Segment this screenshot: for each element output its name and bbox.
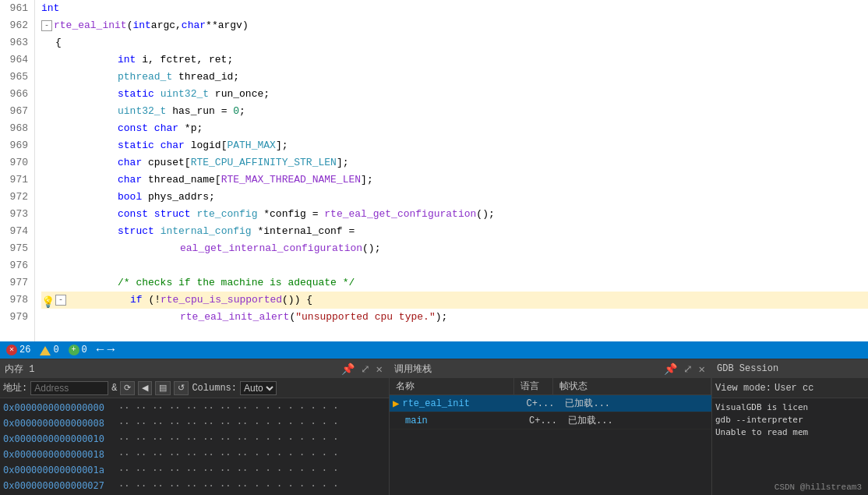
memory-row: 0x0000000000000008 ·· ·· ·· ·· ·· ·· ·· … xyxy=(3,415,386,431)
code-line-966: static uint32_t run_once; xyxy=(41,86,868,103)
gdb-text-2: Unable to read mem xyxy=(715,427,808,437)
cs-lang-1: C+... xyxy=(526,415,565,426)
memory-row: 0x0000000000000000 ·· ·· ·· ·· ·· ·· ·· … xyxy=(3,400,386,415)
mem-bytes: ·· ·· ·· ·· ·· ·· ·· ·· xyxy=(118,465,248,476)
callstack-row-1[interactable]: main C+... 已加载... xyxy=(390,412,711,430)
callstack-panel-title: 调用堆栈 xyxy=(394,362,432,376)
code-text: const struct rte_config *config = rte_ea… xyxy=(118,206,495,223)
error-count: 26 xyxy=(19,345,30,355)
nav-buttons: ← → xyxy=(97,343,115,357)
fold-icon-978[interactable]: - xyxy=(55,295,66,306)
cs-col-name-header: 名称 xyxy=(390,378,514,394)
address-input[interactable] xyxy=(30,381,108,395)
status-errors: ✕ 26 xyxy=(6,345,30,355)
cs-state-0: 已加载... xyxy=(562,397,610,410)
cs-expand-icon[interactable]: ⤢ xyxy=(682,362,694,376)
code-text: /* checks if the machine is adequate */ xyxy=(118,274,355,292)
code-content[interactable]: int - rte_eal_init(int argc, char **argv… xyxy=(35,0,868,341)
callstack-panel-icons: 📌 ⤢ ✕ xyxy=(662,362,707,376)
code-line-973: const struct rte_config *config = rte_ea… xyxy=(41,206,868,223)
mem-bytes: ·· ·· ·· ·· ·· ·· ·· ·· xyxy=(118,433,248,444)
code-line-963: { xyxy=(41,34,868,51)
callstack-row-0[interactable]: ▶ rte_eal_init C+... 已加载... xyxy=(390,395,711,412)
code-line-969: static char logid[PATH_MAX]; xyxy=(41,137,868,154)
amp-label: & xyxy=(111,383,117,394)
code-text: rte_eal_init xyxy=(54,17,127,34)
code-text: static char logid[PATH_MAX]; xyxy=(118,137,288,154)
code-text: int xyxy=(41,0,59,17)
mem-chars: · · · · · · · · xyxy=(254,480,338,491)
status-warnings: 0 xyxy=(40,345,58,355)
bulb-icon-978[interactable]: 💡 xyxy=(41,294,54,306)
gdb-line-2: Unable to read mem xyxy=(715,426,865,439)
nav-back-button[interactable]: ← xyxy=(97,343,104,357)
code-text: static uint32_t run_once; xyxy=(118,86,270,103)
fold-icon-962[interactable]: - xyxy=(41,20,52,31)
columns-label: Columns: xyxy=(192,383,237,394)
expand-icon[interactable]: ⤢ xyxy=(359,362,372,376)
callstack-header-row: 名称 语言 帧状态 xyxy=(390,378,711,395)
code-text: if (!rte_cpu_is_supported()) { xyxy=(130,292,312,309)
pin-icon[interactable]: 📌 xyxy=(340,362,356,376)
code-line-975: eal_get_internal_configuration(); xyxy=(41,240,868,257)
mem-addr: 0x0000000000000018 xyxy=(3,449,112,460)
cs-pin-icon[interactable]: 📌 xyxy=(662,362,679,376)
code-line-978: 💡 - if (!rte_cpu_is_supported()) { xyxy=(41,292,868,309)
mem-icon-btn2[interactable]: ↺ xyxy=(174,381,189,395)
mem-bytes: ·· ·· ·· ·· ·· ·· ·· ·· xyxy=(118,449,248,460)
cs-arrow-active: ▶ xyxy=(393,397,399,410)
cs-close-icon[interactable]: ✕ xyxy=(697,362,707,376)
gdb-text-1: gdb --interpreter xyxy=(715,415,803,425)
code-text: char thread_name[RTE_MAX_THREAD_NAME_LEN… xyxy=(118,171,373,189)
memory-row: 0x0000000000000018 ·· ·· ·· ·· ·· ·· ·· … xyxy=(3,447,386,462)
cs-name-1: main xyxy=(405,415,526,426)
mem-addr: 0x0000000000000010 xyxy=(3,433,112,444)
callstack-panel-header: 调用堆栈 📌 ⤢ ✕ xyxy=(390,359,711,378)
columns-select[interactable]: Auto xyxy=(240,381,277,395)
code-line-974: struct internal_config *internal_conf = xyxy=(41,223,868,240)
memory-panel-header: 内存 1 📌 ⤢ ✕ xyxy=(0,359,389,378)
line-numbers: 961 962 963 964 965 966 967 968 969 970 … xyxy=(0,0,35,341)
code-punct: ( xyxy=(127,17,133,34)
memory-content[interactable]: 0x0000000000000000 ·· ·· ·· ·· ·· ·· ·· … xyxy=(0,398,389,495)
callstack-panel: 调用堆栈 📌 ⤢ ✕ 名称 语言 帧状态 ▶ rte_eal_init C+..… xyxy=(390,359,712,495)
code-line-970: char cpuset[RTE_CPU_AFFINITY_STR_LEN]; xyxy=(41,154,868,171)
editor-area: 961 962 963 964 965 966 967 968 969 970 … xyxy=(0,0,868,359)
nav-forward-button[interactable]: → xyxy=(107,343,115,357)
mem-addr: 0x0000000000000027 xyxy=(3,480,112,491)
code-text: rte_eal_init_alert("unsupported cpu type… xyxy=(180,309,447,326)
code-line-972: bool phys_addrs; xyxy=(41,189,868,206)
mem-chars: · · · · · · · · xyxy=(254,418,338,429)
close-icon[interactable]: ✕ xyxy=(375,362,384,376)
gdb-line-1: gdb --interpreter xyxy=(715,414,865,426)
gdb-toolbar: View mode: User cc xyxy=(712,378,868,398)
code-line-968: const char *p; xyxy=(41,120,868,137)
mem-addr: 0x000000000000001a xyxy=(3,465,112,476)
warning-count: 0 xyxy=(53,345,58,355)
memory-row: 0x0000000000000027 ·· ·· ·· ·· ·· ·· ·· … xyxy=(3,478,386,493)
watermark: CSDN @hillstream3 xyxy=(774,483,862,492)
refresh-btn[interactable]: ⟳ xyxy=(120,381,135,395)
code-line-965: pthread_t thread_id; xyxy=(41,69,868,86)
status-bar: ✕ 26 0 + 0 ← → xyxy=(0,341,868,359)
mem-icon-btn1[interactable]: ▤ xyxy=(155,381,171,395)
status-hints: + 0 xyxy=(69,345,87,355)
warning-icon xyxy=(40,346,51,355)
gdb-content[interactable]: VisualGDB is licen gdb --interpreter Una… xyxy=(712,398,868,495)
memory-row: 0x000000000000001a ·· ·· ·· ·· ·· ·· ·· … xyxy=(3,462,386,478)
mem-chars: · · · · · · · · xyxy=(254,449,338,460)
error-icon: ✕ xyxy=(6,345,17,355)
code-line-962: - rte_eal_init(int argc, char **argv) xyxy=(41,17,868,34)
memory-toolbar: 地址: & ⟳ ◀ ▤ ↺ Columns: Auto xyxy=(0,378,389,398)
hint-icon: + xyxy=(69,345,79,355)
mem-chars: · · · · · · · · xyxy=(254,433,338,444)
cs-col-lang-header: 语言 xyxy=(514,378,553,394)
code-container: 961 962 963 964 965 966 967 968 969 970 … xyxy=(0,0,868,341)
code-line-977: /* checks if the machine is adequate */ xyxy=(41,274,868,292)
cs-col-state-header: 帧状态 xyxy=(553,378,711,394)
prev-btn[interactable]: ◀ xyxy=(138,381,152,395)
hint-count: 0 xyxy=(82,345,87,355)
callstack-content[interactable]: 名称 语言 帧状态 ▶ rte_eal_init C+... 已加载... ma… xyxy=(390,378,711,495)
code-text: const char *p; xyxy=(118,120,203,137)
watermark-text: CSDN @hillstream3 xyxy=(774,483,862,492)
